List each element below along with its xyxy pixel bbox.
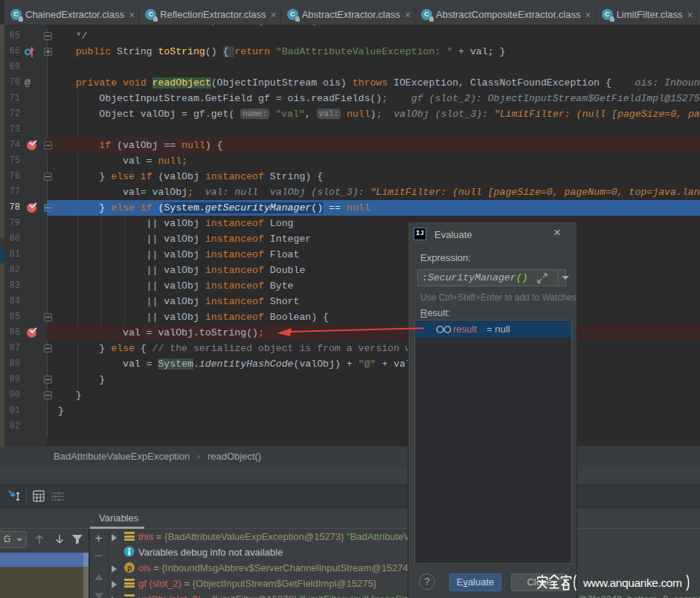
svg-text:p: p bbox=[127, 564, 132, 572]
svg-text:www.anquanke.com: www.anquanke.com bbox=[582, 576, 682, 589]
